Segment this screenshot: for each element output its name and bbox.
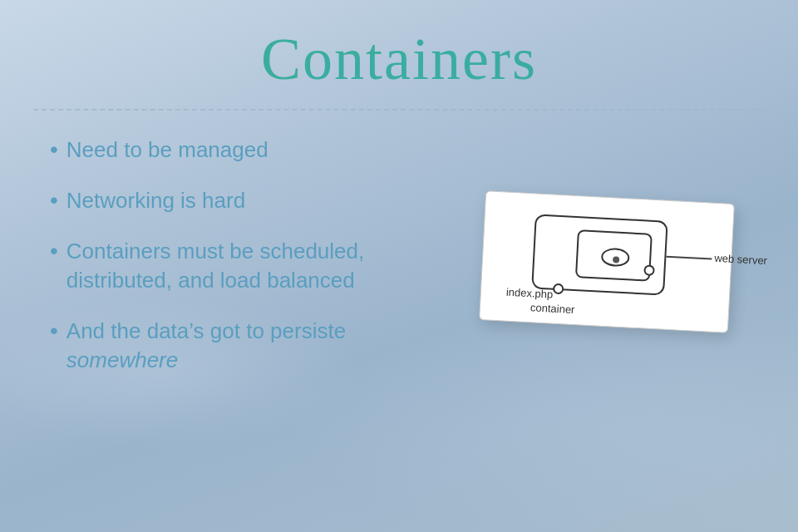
bullet-text-italic: somewhere (66, 347, 178, 372)
bullet-dot: • (50, 317, 58, 345)
bullet-dot: • (50, 135, 58, 164)
slide-title: Containers (0, 25, 798, 94)
label-index-php: index.php (506, 286, 554, 301)
content-area: • Need to be managed • Networking is har… (0, 111, 798, 414)
bullet-text: Networking is hard (66, 186, 449, 215)
inner-oval (601, 248, 630, 268)
title-area: Containers (0, 0, 798, 109)
bullet-text: And the data’s got to persiste somewhere (66, 317, 449, 375)
bullet-text: Need to be managed (66, 135, 449, 165)
outer-box (531, 214, 667, 296)
label-web-server: web server (714, 252, 767, 267)
bullet-dot: • (50, 186, 58, 214)
diagram-inner: index.php container web server (505, 213, 709, 314)
inner-box (575, 229, 653, 282)
diagram-card: index.php container web server (479, 191, 735, 333)
list-item: • And the data’s got to persiste somewhe… (50, 317, 449, 375)
bullet-text: Containers must be scheduled, distribute… (66, 237, 449, 295)
web-server-line (666, 256, 712, 260)
list-item: • Networking is hard (50, 186, 449, 215)
inner-dot (613, 257, 619, 264)
bullet-text-normal: And the data’s got to persiste (66, 318, 346, 343)
list-item: • Need to be managed (50, 135, 449, 165)
port-right (643, 265, 655, 277)
slide: Containers • Need to be managed • Networ… (0, 0, 798, 532)
diagram-area: index.php container web server (466, 127, 748, 397)
bullet-dot: • (50, 237, 58, 265)
list-item: • Containers must be scheduled, distribu… (50, 237, 449, 295)
port-bottom-left (553, 283, 564, 295)
bullet-list: • Need to be managed • Networking is har… (50, 135, 466, 397)
label-container: container (530, 302, 575, 317)
